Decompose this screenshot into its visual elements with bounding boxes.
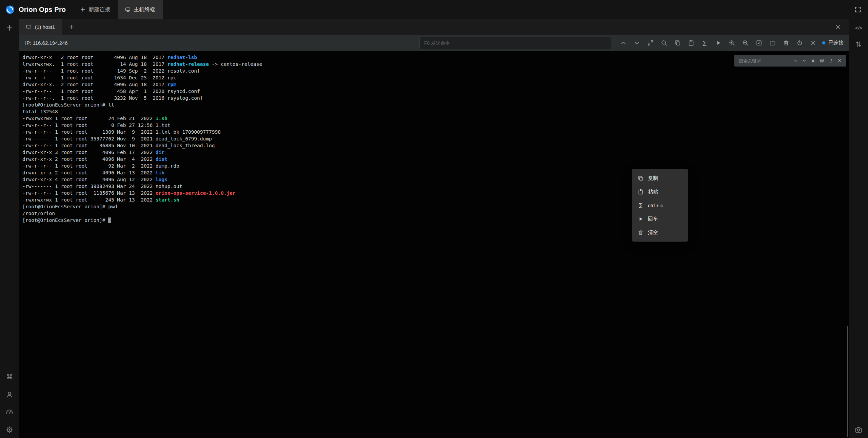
context-menu-label: ctrl + c [648, 203, 663, 208]
terminal-line: -rw------- 1 root root 95377762 Nov 9 20… [22, 135, 846, 142]
terminal-line: lrwxrwxrwx. 1 root root 14 Aug 18 2017 r… [22, 61, 846, 68]
swap-layout-icon[interactable] [855, 40, 862, 48]
terminal-icon [125, 7, 131, 12]
terminal-line: drwxr-xr-x 2 root root 4096 Mar 13 2022 … [22, 169, 846, 176]
right-rail-top: </> [855, 19, 862, 48]
fullscreen-icon[interactable] [854, 6, 861, 13]
app-logo: Orion Ops Pro [0, 0, 73, 19]
code-snippets-icon[interactable]: </> [855, 24, 862, 32]
toolbar-icons: ∑ [619, 39, 817, 47]
terminal-line: [root@OrionEcsServer orion]# [22, 217, 846, 224]
terminal-line: [root@OrionEcsServer orion]# pwd [22, 203, 846, 210]
close-search-icon[interactable] [836, 58, 843, 64]
right-rail: </> [849, 19, 868, 438]
terminal-search: AWI [734, 55, 846, 66]
zoom-out-icon[interactable] [741, 39, 750, 47]
send-enter-icon[interactable] [714, 39, 723, 47]
terminal-output[interactable]: drwxr-xr-x 2 root root 4096 Aug 18 2017 … [19, 51, 849, 227]
right-rail-bottom [855, 426, 862, 438]
terminal-line: drwxr-xr-x. 2 root root 4096 Aug 18 2017… [22, 81, 846, 88]
terminal-scrollbar[interactable] [847, 326, 848, 437]
terminal-line: -rw-r--r-- 1 root root 36885 Nov 10 2021… [22, 142, 846, 149]
disconnect-icon[interactable] [795, 39, 804, 47]
dashboard-icon[interactable] [6, 408, 13, 416]
terminal-line: /root/orion [22, 210, 846, 217]
context-menu-item-0[interactable]: 复制 [632, 171, 688, 185]
close-terminal-icon[interactable] [809, 39, 817, 47]
regex-icon[interactable]: I [828, 58, 834, 64]
topbar: Orion Ops Pro 新建连接 主机终端 [0, 0, 868, 19]
user-icon[interactable] [6, 391, 13, 398]
status-label: 已连接 [828, 40, 844, 46]
context-menu-item-4[interactable]: 清空 [632, 226, 688, 239]
close-all-tabs-icon[interactable] [835, 24, 841, 30]
context-menu-label: 清空 [648, 229, 658, 236]
copy-icon [638, 175, 644, 181]
play-icon [638, 216, 644, 222]
context-menu-label: 粘贴 [648, 189, 658, 195]
next-match-icon[interactable] [801, 58, 807, 64]
scroll-to-top-icon[interactable] [619, 39, 628, 47]
menu-new-connection[interactable]: 新建连接 [73, 0, 118, 19]
terminal-line: -rwxrwxrwx 1 root root 245 Mar 13 2022 s… [22, 196, 846, 203]
glyph-icon: ∑ [638, 203, 644, 208]
menu-host-terminal[interactable]: 主机终端 [118, 0, 163, 19]
app-window: Orion Ops Pro 新建连接 主机终端 ⌘ (1) host1 [0, 0, 868, 438]
menu-host-terminal-label: 主机终端 [134, 6, 155, 13]
terminal-line: total 132548 [22, 108, 846, 115]
interrupt-ctrl-c-icon[interactable]: ∑ [700, 39, 709, 47]
screenshot-icon[interactable] [855, 426, 862, 434]
terminal-tab-host1[interactable]: (1) host1 [19, 19, 62, 35]
terminal-line: -rwxrwxrwx 1 root root 24 Feb 21 2022 1.… [22, 115, 846, 122]
select-mode-icon[interactable] [754, 39, 763, 47]
context-menu-item-2[interactable]: ∑ctrl + c [632, 198, 688, 212]
copy-icon[interactable] [673, 39, 682, 47]
paste-icon [638, 189, 644, 195]
terminal-line: -rw------- 1 root root 39082493 Mar 24 2… [22, 183, 846, 190]
settings-icon[interactable] [6, 426, 13, 434]
terminal-line: -rw-r--r-- 1 root root 0 Feb 27 12:56 1.… [22, 122, 846, 129]
scroll-to-bottom-icon[interactable] [632, 39, 641, 47]
context-menu-label: 复制 [648, 175, 658, 182]
whole-word-icon[interactable]: W [819, 58, 825, 64]
tabbar: (1) host1 [19, 19, 849, 35]
plus-icon [80, 7, 85, 12]
terminal-icon [26, 24, 32, 30]
context-menu-item-3[interactable]: 回车 [632, 212, 688, 226]
sftp-folder-icon[interactable] [768, 39, 777, 47]
terminal-line: -rw-r--r-- 1 root root 149 Sep 2 2022 re… [22, 68, 846, 74]
app-title: Orion Ops Pro [19, 6, 66, 14]
left-rail-top [6, 19, 13, 32]
context-menu: 复制粘贴∑ctrl + c回车清空 [632, 169, 688, 242]
command-input[interactable] [419, 37, 611, 49]
prev-match-icon[interactable] [792, 58, 798, 64]
terminal-area[interactable]: drwxr-xr-x 2 root root 4096 Aug 18 2017 … [19, 51, 849, 438]
paste-icon[interactable] [687, 39, 695, 47]
match-case-icon[interactable]: A [810, 58, 816, 64]
terminal-line: -rw-r--r--. 1 root root 3232 Nov 5 2016 … [22, 95, 846, 101]
search-icon[interactable] [659, 39, 668, 47]
terminal-search-input[interactable] [738, 58, 791, 64]
add-tab-icon[interactable] [68, 24, 74, 30]
shortcut-commands-icon[interactable]: ⌘ [6, 373, 13, 381]
context-menu-label: 回车 [648, 216, 658, 222]
clear-screen-icon[interactable] [782, 39, 790, 47]
terminal-line: -rw-r--r-- 1 root root 458 Apr 1 2020 rs… [22, 88, 846, 95]
terminal-line: drwxr-xr-x 2 root root 4096 Mar 4 2022 d… [22, 156, 846, 163]
connection-status: 已连接 [822, 40, 844, 46]
open-new-window-icon[interactable] [646, 39, 655, 47]
terminal-line: drwxr-xr-x 4 root root 4096 Aug 12 2022 … [22, 176, 846, 183]
terminal-toolbar: IP: 116.62.194.246 ∑ 已连接 [19, 35, 849, 51]
terminal-line: drwxr-xr-x 2 root root 4096 Aug 18 2017 … [22, 54, 846, 61]
zoom-in-icon[interactable] [727, 39, 736, 47]
new-connection-icon[interactable] [6, 24, 13, 32]
host-ip: IP: 116.62.194.246 [25, 40, 68, 46]
context-menu-item-1[interactable]: 粘贴 [632, 185, 688, 198]
terminal-line: -rw-r--r-- 1 root root 1634 Dec 25 2012 … [22, 74, 846, 81]
app-body: ⌘ (1) host1 IP: 116.62.194.246 ∑ 已连接 [0, 19, 868, 438]
trash-icon [638, 230, 644, 235]
terminal-line: -rw-r--r-- 1 root root 1185676 Mar 13 20… [22, 190, 846, 196]
app-logo-icon [5, 5, 15, 14]
terminal-line: -rw-r--r-- 1 root root 92 Mar 2 2022 dum… [22, 163, 846, 169]
tab-label: (1) host1 [35, 24, 55, 30]
